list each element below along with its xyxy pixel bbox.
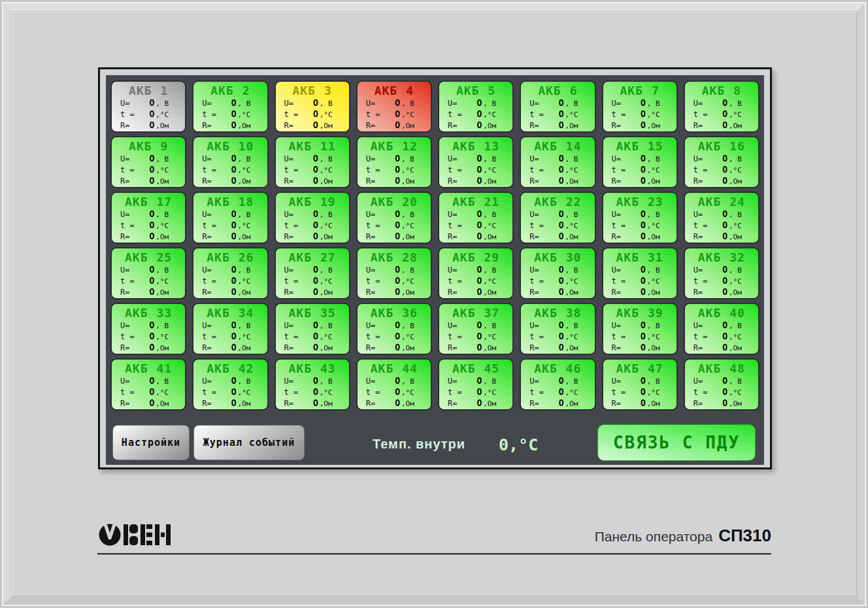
battery-tile[interactable]: АКБ 41 U=0, Вt =0,°CR=0,Ом	[110, 358, 186, 411]
measurement-label: R=	[120, 288, 139, 297]
battery-tile[interactable]: АКБ 22 U=0, Вt =0,°CR=0,Ом	[520, 192, 595, 244]
battery-tile[interactable]: АКБ 21 U=0, Вt =0,°CR=0,Ом	[438, 192, 514, 244]
battery-tile[interactable]: АКБ 4 U=0, Вt =0,°CR=0,Ом	[356, 80, 432, 133]
measurement-value: 0	[630, 97, 647, 108]
battery-tile[interactable]: АКБ 5 U=0, Вt =0,°CR=0,Ом	[438, 80, 514, 133]
measurement-label: t =	[448, 388, 466, 397]
battery-tile[interactable]: АКБ 26 U=0, Вt =0,°CR=0,Ом	[192, 247, 268, 299]
measurement-unit: , В	[401, 99, 425, 108]
battery-tile[interactable]: АКБ 37 U=0, Вt =0,°CR=0,Ом	[438, 303, 514, 355]
battery-tile[interactable]: АКБ 45 U=0, Вt =0,°CR=0,Ом	[438, 358, 514, 411]
battery-tile[interactable]: АКБ 12 U=0, Вt =0,°CR=0,Ом	[356, 136, 432, 188]
battery-tile[interactable]: АКБ 2 U=0, Вt =0,°CR=0,Ом	[192, 80, 268, 133]
battery-tile-title: АКБ 22	[521, 195, 594, 209]
battery-tile-title: АКБ 25	[112, 250, 185, 264]
battery-tile[interactable]: АКБ 39 U=0, Вt =0,°CR=0,Ом	[602, 303, 678, 355]
measurement-unit: , В	[156, 322, 179, 330]
battery-tile[interactable]: АКБ 35 U=0, Вt =0,°CR=0,Ом	[275, 303, 350, 355]
battery-prefix: АКБ	[129, 139, 152, 153]
measurement-label: U=	[366, 99, 384, 108]
battery-measurement-row: t =0,°C	[603, 109, 676, 120]
measurement-value: 0	[220, 175, 237, 186]
battery-measurement-row: t =0,°C	[521, 164, 594, 175]
battery-tile[interactable]: АКБ 34 U=0, Вt =0,°CR=0,Ом	[192, 303, 268, 355]
measurement-label: U=	[202, 265, 220, 275]
measurement-unit: , В	[156, 99, 179, 108]
battery-tile[interactable]: АКБ 28 U=0, Вt =0,°CR=0,Ом	[356, 247, 432, 299]
battery-tile[interactable]: АКБ 7 U=0, Вt =0,°CR=0,Ом	[602, 80, 678, 133]
battery-tile[interactable]: АКБ 8 U=0, Вt =0,°CR=0,Ом	[684, 80, 760, 133]
battery-tile[interactable]: АКБ 23 U=0, Вt =0,°CR=0,Ом	[602, 192, 678, 244]
battery-tile[interactable]: АКБ 27 U=0, Вt =0,°CR=0,Ом	[275, 247, 350, 299]
measurement-value: 0	[220, 109, 237, 119]
internal-temp-value: 0,°C	[499, 435, 538, 454]
measurement-unit: ,°C	[320, 110, 343, 119]
battery-tile[interactable]: АКБ 9 U=0, Вt =0,°CR=0,Ом	[110, 136, 186, 188]
event-log-button[interactable]: Журнал событий	[193, 425, 305, 460]
measurement-unit: ,°C	[238, 166, 261, 175]
measurement-label: R=	[448, 232, 466, 241]
battery-tile[interactable]: АКБ 19 U=0, Вt =0,°CR=0,Ом	[275, 192, 350, 244]
battery-tile[interactable]: АКБ 16 U=0, Вt =0,°CR=0,Ом	[684, 136, 760, 188]
measurement-unit: ,Ом	[401, 344, 425, 352]
settings-button[interactable]: Настройки	[112, 425, 190, 460]
battery-tile[interactable]: АКБ 29 U=0, Вt =0,°CR=0,Ом	[438, 247, 514, 299]
battery-tile[interactable]: АКБ 44 U=0, Вt =0,°CR=0,Ом	[356, 358, 432, 411]
battery-tile[interactable]: АКБ 47 U=0, Вt =0,°CR=0,Ом	[602, 358, 678, 411]
battery-tile[interactable]: АКБ 36 U=0, Вt =0,°CR=0,Ом	[356, 303, 432, 355]
battery-tile[interactable]: АКБ 15 U=0, Вt =0,°CR=0,Ом	[602, 136, 678, 188]
measurement-label: R=	[366, 177, 384, 186]
measurement-value: 0	[139, 164, 156, 175]
battery-measurement-row: t =0,°C	[603, 331, 676, 342]
measurement-label: t =	[612, 221, 630, 230]
battery-tile[interactable]: АКБ 18 U=0, Вt =0,°CR=0,Ом	[192, 192, 268, 244]
battery-tile[interactable]: АКБ 1 U=0, Вt =0,°CR=0,Ом	[110, 80, 186, 133]
battery-measurement-row: R=0,Ом	[358, 175, 431, 186]
battery-tile[interactable]: АКБ 11 U=0, Вt =0,°CR=0,Ом	[275, 136, 350, 188]
battery-tile[interactable]: АКБ 31 U=0, Вt =0,°CR=0,Ом	[602, 247, 678, 299]
battery-measurement-row: U=0, В	[603, 97, 676, 109]
battery-tile[interactable]: АКБ 38 U=0, Вt =0,°CR=0,Ом	[520, 303, 595, 355]
battery-measurement-row: t =0,°C	[685, 275, 758, 286]
battery-measurement-row: t =0,°C	[112, 109, 185, 120]
battery-tile[interactable]: АКБ 25 U=0, Вt =0,°CR=0,Ом	[110, 247, 186, 299]
measurement-value: 0	[548, 97, 565, 108]
measurement-value: 0	[466, 286, 483, 297]
battery-tile[interactable]: АКБ 3 U=0, Вt =0,°CR=0,Ом	[275, 80, 350, 133]
battery-tile[interactable]: АКБ 48 U=0, Вt =0,°CR=0,Ом	[684, 358, 760, 411]
measurement-unit: ,Ом	[238, 344, 261, 352]
battery-prefix: АКБ	[371, 139, 394, 153]
measurement-value: 0	[384, 164, 401, 175]
measurement-value: 0	[466, 397, 483, 408]
measurement-label: R=	[366, 232, 384, 241]
battery-prefix: АКБ	[698, 195, 722, 209]
battery-tile[interactable]: АКБ 10 U=0, Вt =0,°CR=0,Ом	[192, 136, 268, 188]
battery-tile[interactable]: АКБ 30 U=0, Вt =0,°CR=0,Ом	[520, 247, 595, 299]
battery-tile[interactable]: АКБ 40 U=0, Вt =0,°CR=0,Ом	[684, 303, 760, 355]
battery-tile[interactable]: АКБ 32 U=0, Вt =0,°CR=0,Ом	[684, 247, 760, 299]
battery-tile[interactable]: АКБ 42 U=0, Вt =0,°CR=0,Ом	[192, 358, 268, 411]
battery-tile[interactable]: АКБ 17 U=0, Вt =0,°CR=0,Ом	[110, 192, 186, 244]
battery-tile[interactable]: АКБ 46 U=0, Вt =0,°CR=0,Ом	[520, 358, 595, 411]
battery-tile[interactable]: АКБ 13 U=0, Вt =0,°CR=0,Ом	[438, 136, 514, 188]
battery-tile[interactable]: АКБ 24 U=0, Вt =0,°CR=0,Ом	[684, 192, 760, 244]
measurement-value: 0	[548, 320, 565, 330]
measurement-value: 0	[466, 375, 483, 386]
measurement-value: 0	[548, 231, 565, 241]
battery-tile[interactable]: АКБ 6 U=0, Вt =0,°CR=0,Ом	[520, 80, 595, 133]
measurement-unit: ,Ом	[401, 122, 425, 130]
battery-measurement-row: R=0,Ом	[276, 231, 349, 242]
battery-tile[interactable]: АКБ 20 U=0, Вt =0,°CR=0,Ом	[356, 192, 432, 244]
measurement-unit: , В	[647, 99, 671, 108]
battery-measurement-row: U=0, В	[276, 320, 349, 331]
battery-tile-title: АКБ 16	[685, 139, 758, 153]
measurement-label: t =	[612, 388, 630, 397]
measurement-label: R=	[366, 121, 384, 130]
battery-prefix: АКБ	[452, 250, 476, 264]
battery-tile[interactable]: АКБ 43 U=0, Вt =0,°CR=0,Ом	[275, 358, 350, 411]
battery-tile[interactable]: АКБ 33 U=0, Вt =0,°CR=0,Ом	[110, 303, 186, 355]
battery-tile[interactable]: АКБ 14 U=0, Вt =0,°CR=0,Ом	[520, 136, 595, 188]
measurement-unit: ,Ом	[320, 399, 343, 408]
measurement-value: 0	[466, 109, 483, 119]
pdu-link-button[interactable]: СВЯЗЬ С ПДУ	[597, 424, 756, 461]
